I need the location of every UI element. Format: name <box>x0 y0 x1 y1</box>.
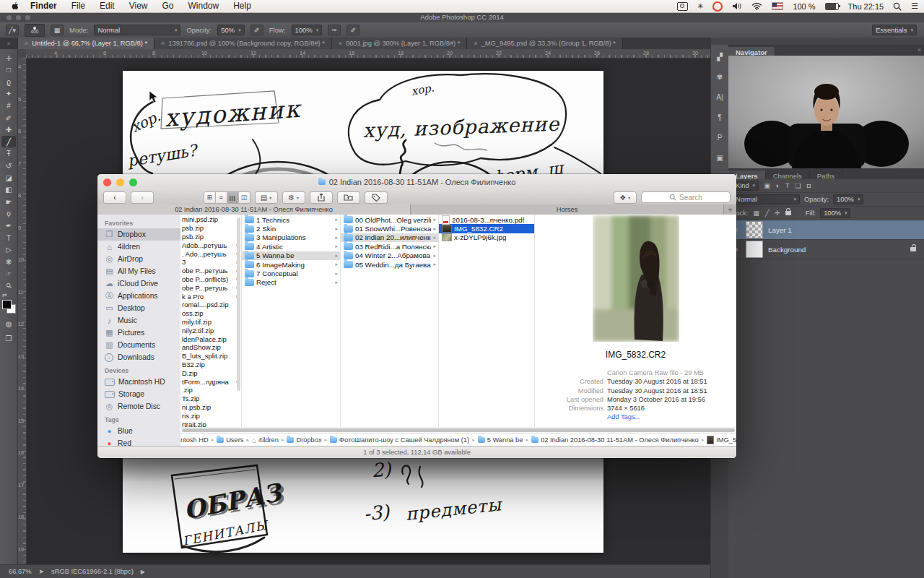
smudge-tool[interactable]: ☛ <box>1 196 16 207</box>
type-tool[interactable]: T <box>1 232 16 243</box>
filter-shape-icon[interactable]: ❏ <box>795 182 802 189</box>
filter-adjustment-icon[interactable]: ◐ <box>775 182 780 189</box>
path-item[interactable]: Dropbox <box>287 436 321 444</box>
lock-position-icon[interactable]: ✛ <box>774 210 781 217</box>
foreground-color-swatch[interactable] <box>2 300 12 309</box>
marquee-tool[interactable]: □ <box>1 64 16 76</box>
path-item[interactable]: 02 Indian 2016-08-30 11-51AM - Олеся Фил… <box>531 436 699 444</box>
airbrush-button[interactable]: ✑ <box>328 25 341 35</box>
file-row[interactable]: mini.psd.zip <box>180 215 241 224</box>
layer-thumbnail[interactable] <box>746 221 763 238</box>
brush-preset-picker[interactable]: 400 <box>25 24 45 37</box>
layer-row[interactable]: ◉Background <box>728 240 924 259</box>
workspace-switcher[interactable]: Essentials▾ <box>872 25 917 35</box>
brush-panel-toggle-button[interactable]: ▦ <box>51 25 64 35</box>
finder-tab[interactable]: Horses <box>411 204 724 215</box>
wifi-icon[interactable] <box>751 2 762 10</box>
tags-button[interactable] <box>365 191 388 204</box>
brush-presets-panel-icon[interactable]: ✾ <box>711 69 728 84</box>
file-row[interactable]: romal....psd.zip <box>180 301 241 309</box>
folder-row[interactable]: 5 Wanna be▸ <box>242 251 340 260</box>
properties-panel-icon[interactable]: P <box>711 130 728 144</box>
document-tab[interactable]: ×_MG_9495.psd @ 33,3% (Group 1, RGB/8) * <box>467 38 622 49</box>
quick-selection-tool[interactable]: ✦ <box>1 88 16 100</box>
finder-title-bar[interactable]: 02 Indian 2016-08-30 11-51AM - Олеся Фил… <box>97 174 736 190</box>
close-tab-icon[interactable]: × <box>474 40 477 47</box>
brush-tool[interactable]: ╱ <box>1 136 16 147</box>
column-scrollbar[interactable] <box>237 217 240 391</box>
opera-icon[interactable] <box>712 1 723 12</box>
history-brush-tool[interactable]: ↺ <box>1 160 16 171</box>
folder-row[interactable]: 05 Weddin...да Бугаева▸ <box>341 260 438 269</box>
path-selection-tool[interactable]: ▷ <box>1 244 16 256</box>
flow-select[interactable]: 100%▾ <box>292 25 323 35</box>
pressure-size-button[interactable]: ✐ <box>346 25 359 35</box>
info-panel-icon[interactable]: ▞ <box>711 49 728 64</box>
file-row[interactable]: ldenPalace.zip <box>180 335 241 343</box>
file-row[interactable]: D.zip <box>180 368 241 377</box>
sidebar-item-music[interactable]: ♪Music <box>97 314 180 327</box>
menu-file[interactable]: File <box>64 0 92 12</box>
file-row[interactable]: .zip <box>180 386 241 394</box>
file-row[interactable]: nily2.tif.zip <box>180 326 241 335</box>
panel-expand-icon[interactable]: » <box>0 38 18 49</box>
file-row[interactable]: andShow.zip <box>180 343 241 352</box>
vertical-ruler[interactable]: 45678910111213141516171819 <box>17 58 27 565</box>
file-row[interactable]: . Ado...ретушь▸ <box>180 249 241 258</box>
lasso-tool[interactable]: ϱ <box>1 76 16 87</box>
collapse-panels-icon[interactable]: « <box>918 45 921 56</box>
filter-type-icon[interactable]: T <box>785 182 790 189</box>
folder-row[interactable]: 00 OldPhot...Oleg verzilin▸ <box>341 215 438 224</box>
finder-tab[interactable]: 02 Indian 2016-08-30 11-51AM - Олеся Фил… <box>97 204 411 215</box>
file-row[interactable]: Ts.zip <box>180 394 241 403</box>
folder-row[interactable]: 04 Winter 2...Абрамова▸ <box>341 251 438 260</box>
column-view-button[interactable]: ||| <box>227 192 239 203</box>
quick-mask-button[interactable]: ◍ <box>1 318 16 329</box>
apple-menu-icon[interactable] <box>6 1 23 11</box>
close-tab-icon[interactable]: × <box>25 40 28 47</box>
icon-view-button[interactable]: ⊞ <box>204 192 216 203</box>
add-tags-link[interactable]: Add Tags... <box>607 413 640 421</box>
folder-row[interactable]: Reject▸ <box>242 278 340 287</box>
file-row[interactable]: obe P...ретушь▸ <box>180 267 241 275</box>
keyboard-flag-icon[interactable] <box>772 2 783 10</box>
spotlight-icon[interactable] <box>893 2 902 11</box>
file-row[interactable]: x-zDYLP9j6k.jpg <box>439 233 534 242</box>
path-item[interactable]: Macintosh HD <box>180 436 209 444</box>
folder-row[interactable]: 03 RedRidi...а Полянская▸ <box>341 242 438 251</box>
layer-blend-select[interactable]: Normal▾ <box>732 194 800 204</box>
sidebar-item-blue[interactable]: ●Blue <box>97 425 180 437</box>
file-row[interactable]: oss.zip <box>180 309 241 318</box>
menu-clock[interactable]: Thu 22:15 <box>848 2 884 11</box>
menu-go[interactable]: Go <box>155 0 181 12</box>
volume-icon[interactable] <box>732 2 742 10</box>
folder-row[interactable]: 3 Manipulations▸ <box>242 233 340 242</box>
path-item[interactable]: ⌂4ildren <box>252 436 279 444</box>
forward-button[interactable]: › <box>131 191 154 204</box>
share-button[interactable] <box>310 191 333 204</box>
folder-row[interactable]: 01 SnowWhi...Ровенская▸ <box>341 224 438 233</box>
sidebar-item-documents[interactable]: ▥Documents <box>97 339 180 351</box>
layer-fill-select[interactable]: 100%▾ <box>820 208 850 218</box>
screenshot-app-icon[interactable] <box>677 2 688 11</box>
file-row[interactable]: ni.psb.zip <box>180 403 241 412</box>
sidebar-item-airdrop[interactable]: ◎AirDrop <box>97 253 180 265</box>
menu-help[interactable]: Help <box>226 0 258 12</box>
character-panel-icon[interactable]: A| <box>711 90 728 104</box>
new-tab-button[interactable]: + <box>724 204 736 215</box>
file-row[interactable]: mily.tif.zip <box>180 318 241 327</box>
lock-pixels-icon[interactable]: ╱ <box>764 210 770 217</box>
sidebar-item-icloud-drive[interactable]: ☁iCloud Drive <box>97 277 180 290</box>
pen-tool[interactable]: ✒ <box>1 220 16 231</box>
menu-view[interactable]: View <box>122 0 155 12</box>
file-row[interactable]: B32.zip <box>180 361 241 369</box>
status-menu-arrow-icon[interactable]: ▶ <box>141 569 145 575</box>
horizontal-ruler[interactable]: 4681012141618202224262830 <box>26 49 710 59</box>
sidebar-item-downloads[interactable]: ↓Downloads <box>97 351 180 363</box>
file-row[interactable]: k a Pro▸ <box>180 292 241 301</box>
folder-row[interactable]: 1 Technics▸ <box>242 215 340 224</box>
path-item[interactable]: 5 Wanna be <box>478 436 523 444</box>
list-view-button[interactable]: ≡ <box>216 192 227 203</box>
tool-preset-button[interactable]: ╱ ▾ <box>6 25 19 35</box>
folder-row[interactable]: 02 Indian 20...илипченко▸ <box>341 233 438 242</box>
